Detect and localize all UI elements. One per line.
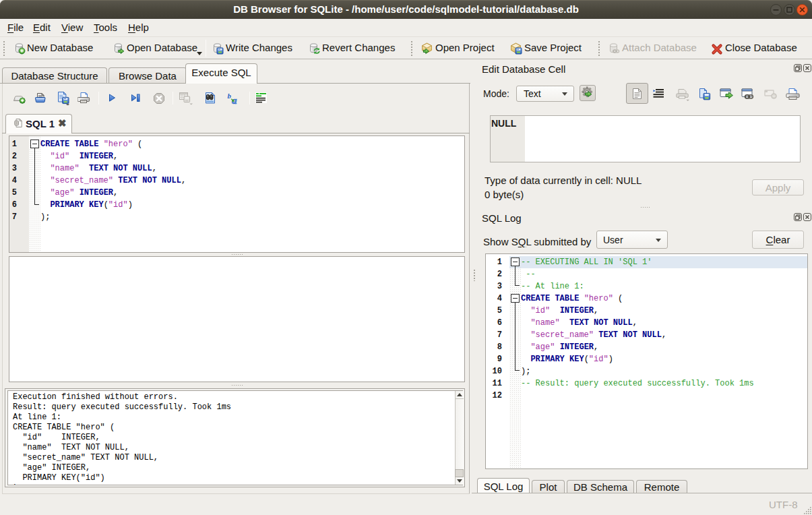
- svg-text:b: b: [228, 92, 232, 100]
